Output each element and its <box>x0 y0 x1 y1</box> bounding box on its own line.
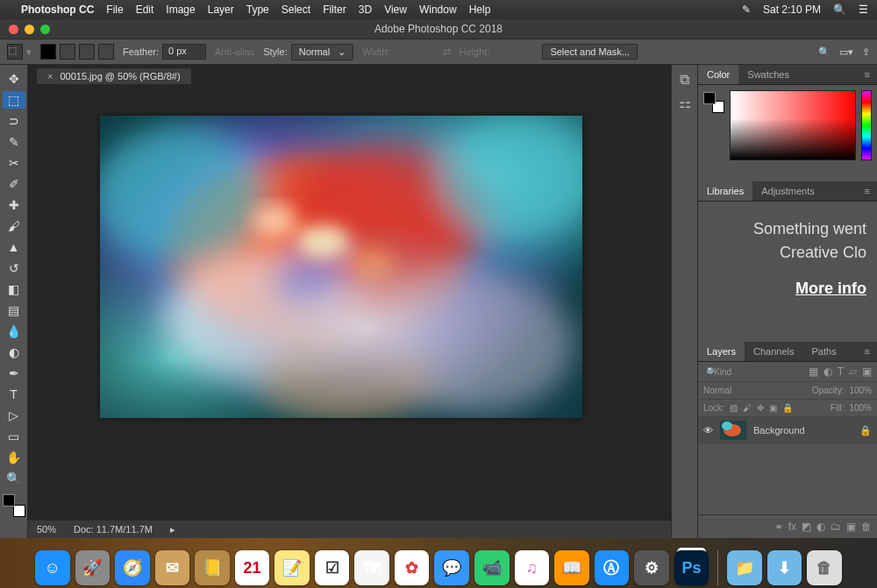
menu-3d[interactable]: 3D <box>359 4 372 16</box>
dock-mail[interactable]: ✉ <box>155 550 190 585</box>
marquee-tool[interactable]: ⬚ <box>3 91 25 109</box>
filter-shape-icon[interactable]: ▱ <box>849 365 857 378</box>
dock-calendar[interactable]: 21 <box>235 550 270 585</box>
menu-type[interactable]: Type <box>246 4 269 16</box>
menu-select[interactable]: Select <box>282 4 310 16</box>
quick-select-tool[interactable]: ✎ <box>3 133 25 151</box>
dock-maps[interactable]: 🗺 <box>354 550 389 585</box>
history-brush-tool[interactable]: ↺ <box>3 259 25 277</box>
eraser-tool[interactable]: ◧ <box>3 280 25 298</box>
feather-input[interactable]: 0 px <box>162 44 206 60</box>
blend-mode-dropdown[interactable]: Normal <box>703 386 731 395</box>
new-selection-icon[interactable] <box>40 44 56 60</box>
zoom-tool[interactable]: 🔍 <box>3 470 25 487</box>
menu-edit[interactable]: Edit <box>136 4 154 16</box>
layer-fx-icon[interactable]: fx <box>788 521 796 533</box>
lock-transparent-icon[interactable]: ▨ <box>730 403 738 413</box>
new-adjustment-icon[interactable]: ◐ <box>816 521 825 533</box>
clock[interactable]: Sat 2:10 PM <box>763 4 821 16</box>
zoom-level[interactable]: 50% <box>37 524 56 535</box>
tab-layers[interactable]: Layers <box>698 342 745 361</box>
select-and-mask-button[interactable]: Select and Mask... <box>542 44 638 60</box>
dock-ibooks[interactable]: 📖 <box>554 550 589 585</box>
dock-itunes[interactable]: ♫ <box>515 550 550 585</box>
libraries-more-info-link[interactable]: More info <box>795 280 866 297</box>
hue-slider[interactable] <box>861 90 872 160</box>
opacity-value[interactable]: 100% <box>849 386 872 395</box>
spotlight-icon[interactable]: 🔍 <box>833 4 846 16</box>
menu-layer[interactable]: Layer <box>208 4 234 16</box>
dock-notes[interactable]: 📝 <box>275 550 310 585</box>
crop-tool[interactable]: ✂ <box>3 154 25 172</box>
share-icon[interactable]: ⇪ <box>862 46 870 58</box>
document-tab[interactable]: × 00015.jpg @ 50% (RGB/8#) <box>37 68 191 84</box>
dock-photos[interactable]: ✿ <box>395 550 430 585</box>
menu-window[interactable]: Window <box>419 4 457 16</box>
lasso-tool[interactable]: ⊃ <box>3 112 25 130</box>
dock-safari[interactable]: 🧭 <box>115 550 150 585</box>
statusbar-chevron-icon[interactable]: ▸ <box>170 524 175 535</box>
pen-tool[interactable]: ✒ <box>3 365 25 382</box>
history-panel-icon[interactable]: ⧉ <box>680 72 689 88</box>
dock-launchpad[interactable]: 🚀 <box>75 550 111 585</box>
workspace-switcher-icon[interactable]: ▭▾ <box>839 46 853 58</box>
menu-file[interactable]: File <box>106 4 123 16</box>
tab-color[interactable]: Color <box>698 65 738 84</box>
subtract-selection-icon[interactable] <box>79 44 95 60</box>
layer-name[interactable]: Background <box>753 425 805 436</box>
move-tool[interactable]: ✥ <box>3 70 25 88</box>
gradient-tool[interactable]: ▤ <box>3 301 25 319</box>
doc-size[interactable]: Doc: 11.7M/11.7M <box>74 524 153 535</box>
intersect-selection-icon[interactable] <box>98 44 114 60</box>
dock-facetime[interactable]: 📹 <box>474 550 510 585</box>
lock-all-icon[interactable]: 🔒 <box>782 403 793 413</box>
shape-tool[interactable]: ▭ <box>3 428 25 445</box>
healing-brush-tool[interactable]: ✚ <box>3 196 25 214</box>
libraries-panel-menu-icon[interactable]: ≡ <box>858 181 877 201</box>
search-icon[interactable]: 🔍 <box>818 46 831 58</box>
dock-reminders[interactable]: ☑ <box>315 550 350 585</box>
filter-type-icon[interactable]: T <box>838 365 844 378</box>
hand-tool[interactable]: ✋ <box>3 449 25 466</box>
dock-downloads-folder[interactable]: ⬇ <box>767 550 802 585</box>
tab-channels[interactable]: Channels <box>745 342 802 361</box>
tab-adjustments[interactable]: Adjustments <box>752 181 824 201</box>
dock-contacts[interactable]: 📒 <box>195 550 230 585</box>
color-field[interactable] <box>730 90 856 160</box>
notification-center-icon[interactable]: ✎ <box>742 4 751 16</box>
add-selection-icon[interactable] <box>60 44 75 60</box>
canvas-area[interactable]: × 00015.jpg @ 50% (RGB/8#) <box>28 65 671 538</box>
link-layers-icon[interactable]: ⚭ <box>774 521 783 533</box>
lock-artboard-icon[interactable]: ▣ <box>769 403 777 413</box>
brush-tool[interactable]: 🖌 <box>3 217 25 235</box>
dock-appstore[interactable]: Ⓐ <box>595 550 630 585</box>
style-dropdown[interactable]: Normal ⌄ <box>291 44 354 60</box>
dodge-tool[interactable]: ◐ <box>3 344 25 361</box>
add-mask-icon[interactable]: ◩ <box>802 521 811 533</box>
dock-settings[interactable]: ⚙ <box>634 550 669 585</box>
dock-finder[interactable]: ☺ <box>35 550 70 585</box>
menu-view[interactable]: View <box>384 4 407 16</box>
blur-tool[interactable]: 💧 <box>3 322 25 340</box>
dock-documents-folder[interactable]: 📁 <box>727 550 762 585</box>
layer-filter-kind[interactable]: 🔎Kind <box>703 367 731 377</box>
close-tab-icon[interactable]: × <box>47 71 53 81</box>
layer-lock-icon[interactable]: 🔒 <box>859 425 872 436</box>
lock-pixels-icon[interactable]: 🖌 <box>743 403 752 413</box>
delete-layer-icon[interactable]: 🗑 <box>861 521 872 533</box>
lock-position-icon[interactable]: ✥ <box>757 403 764 413</box>
fg-bg-swatch[interactable] <box>3 494 25 517</box>
menu-extras-icon[interactable]: ☰ <box>859 4 868 16</box>
selection-mode-icon[interactable]: ⬚ <box>7 44 23 60</box>
tab-swatches[interactable]: Swatches <box>738 65 798 84</box>
fill-value[interactable]: 100% <box>849 403 872 413</box>
path-select-tool[interactable]: ▷ <box>3 407 25 424</box>
tab-paths[interactable]: Paths <box>803 342 845 361</box>
new-layer-icon[interactable]: ▣ <box>846 521 856 533</box>
type-tool[interactable]: T <box>3 386 25 403</box>
filter-adjust-icon[interactable]: ◐ <box>824 365 832 378</box>
layer-row[interactable]: 👁 Background 🔒 <box>698 417 877 443</box>
color-panel-menu-icon[interactable]: ≡ <box>858 65 877 84</box>
properties-panel-icon[interactable]: ⚏ <box>679 95 691 111</box>
menu-image[interactable]: Image <box>166 4 195 16</box>
